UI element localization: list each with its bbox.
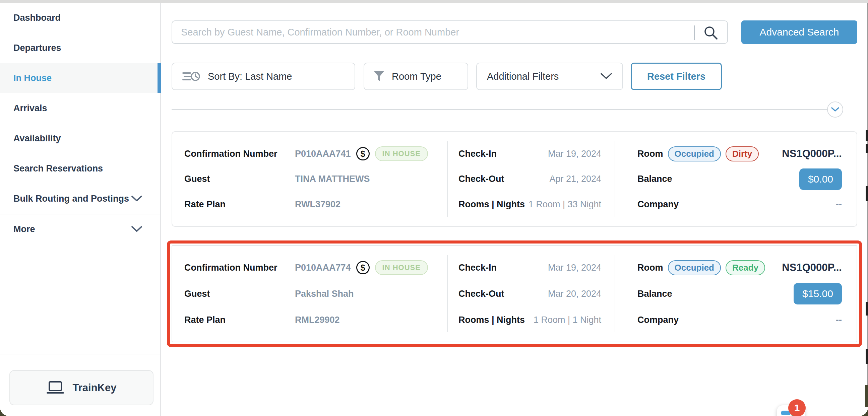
company-value: --	[836, 315, 842, 325]
reservation-card[interactable]: Confirmation Number P010AAA774 $ IN HOUS…	[172, 245, 857, 342]
trainkey-label: TrainKey	[73, 382, 117, 394]
sidebar-item-label: Bulk Routing and Postings	[13, 194, 129, 204]
chevron-down-icon	[600, 73, 612, 80]
sidebar-item-label: Arrivals	[13, 103, 47, 114]
rooms-nights-value: 1 Room | 33 Night	[528, 199, 601, 210]
status-badge: IN HOUSE	[375, 260, 428, 275]
window-corner	[858, 407, 868, 416]
sidebar-item-arrivals[interactable]: Arrivals	[0, 93, 160, 123]
sidebar-item-search-reservations[interactable]: Search Reservations	[0, 153, 160, 184]
sidebar-item-in-house[interactable]: In House	[0, 63, 160, 93]
confirmation-label: Confirmation Number	[184, 149, 295, 159]
filter-funnel-icon	[373, 70, 385, 83]
sidebar-item-label: Dashboard	[13, 13, 61, 23]
rate-plan-label: Rate Plan	[184, 315, 295, 325]
dollar-icon[interactable]: $	[356, 147, 370, 160]
search-input[interactable]	[172, 21, 727, 43]
balance-label: Balance	[638, 174, 672, 184]
sidebar-item-label: Departures	[13, 43, 61, 53]
room-number: NS1Q000P...	[782, 148, 842, 160]
housekeeping-badge: Dirty	[725, 147, 759, 161]
collapse-toggle[interactable]	[827, 101, 843, 118]
status-badge: IN HOUSE	[375, 147, 428, 161]
checkin-label: Check-In	[459, 263, 497, 273]
guest-label: Guest	[184, 174, 295, 184]
rooms-nights-value: 1 Room | 1 Night	[533, 315, 601, 325]
sidebar-item-departures[interactable]: Departures	[0, 33, 160, 63]
search-box	[172, 21, 728, 44]
rooms-nights-label: Rooms | Nights	[459, 199, 525, 210]
checkin-date: Mar 19, 2024	[548, 149, 601, 159]
room-label: Room	[638, 149, 663, 159]
sort-icon	[182, 69, 200, 84]
room-type-label: Room Type	[392, 71, 441, 82]
rate-plan-value: RWL37902	[295, 199, 341, 210]
company-value: --	[836, 199, 842, 210]
checkout-label: Check-Out	[459, 174, 504, 184]
balance-button[interactable]: $0.00	[799, 168, 842, 190]
guest-label: Guest	[184, 289, 295, 299]
sidebar-item-bulk-routing[interactable]: Bulk Routing and Postings	[0, 184, 160, 214]
sidebar-item-label: Availability	[13, 133, 61, 144]
sort-by-button[interactable]: Sort By: Last Name	[172, 63, 355, 90]
edge-artifact	[866, 302, 868, 316]
housekeeping-badge: Ready	[725, 260, 765, 275]
rate-plan-value: RML29902	[295, 315, 340, 325]
balance-label: Balance	[638, 289, 672, 299]
notification-badge: 1	[788, 399, 806, 416]
chevron-down-icon	[831, 107, 839, 112]
checkin-label: Check-In	[459, 149, 497, 159]
chevron-down-icon	[131, 226, 143, 232]
additional-filters-label: Additional Filters	[487, 71, 559, 82]
edge-artifact	[866, 349, 868, 364]
confirmation-number: P010AAA741	[295, 149, 351, 159]
checkin-date: Mar 19, 2024	[548, 263, 601, 273]
occupancy-badge: Occupied	[668, 260, 721, 275]
edge-artifact	[866, 144, 868, 153]
reservation-card[interactable]: Confirmation Number P010AAA741 $ IN HOUS…	[172, 131, 857, 227]
reset-filters-label: Reset Filters	[647, 71, 706, 82]
additional-filters-button[interactable]: Additional Filters	[476, 63, 623, 90]
sidebar: Dashboard Departures In House Arrivals A…	[0, 3, 161, 416]
checkout-date: Apr 21, 2024	[549, 174, 601, 184]
sidebar-item-more[interactable]: More	[0, 214, 160, 244]
rooms-nights-label: Rooms | Nights	[459, 315, 525, 325]
checkout-date: Mar 20, 2024	[548, 289, 601, 299]
room-type-filter-button[interactable]: Room Type	[364, 63, 468, 90]
balance-button[interactable]: $15.00	[794, 283, 842, 305]
reset-filters-button[interactable]: Reset Filters	[631, 63, 722, 90]
confirmation-label: Confirmation Number	[184, 263, 295, 273]
edge-artifact	[866, 130, 868, 141]
search-divider	[694, 26, 695, 40]
guest-name: TINA MATTHEWS	[295, 174, 370, 184]
window-corner	[0, 407, 10, 416]
sidebar-divider	[0, 354, 160, 354]
confirmation-number: P010AAA774	[295, 263, 351, 273]
sidebar-item-availability[interactable]: Availability	[0, 123, 160, 153]
edge-artifact	[866, 186, 868, 201]
sidebar-item-label: More	[13, 224, 35, 234]
sidebar-item-dashboard[interactable]: Dashboard	[0, 3, 160, 33]
trainkey-button[interactable]: TrainKey	[9, 370, 154, 405]
company-label: Company	[638, 315, 679, 325]
section-divider	[172, 109, 828, 110]
sidebar-item-label: In House	[13, 73, 52, 84]
advanced-search-button[interactable]: Advanced Search	[741, 21, 857, 44]
room-label: Room	[638, 263, 663, 273]
room-number: NS1Q000P...	[782, 262, 842, 274]
company-label: Company	[638, 199, 679, 210]
sidebar-item-label: Search Reservations	[13, 163, 103, 174]
occupancy-badge: Occupied	[668, 147, 721, 161]
laptop-icon	[46, 381, 64, 395]
highlight-outline: Confirmation Number P010AAA774 $ IN HOUS…	[167, 241, 862, 347]
rate-plan-label: Rate Plan	[184, 199, 295, 210]
sort-by-label: Sort By: Last Name	[208, 71, 292, 82]
dollar-icon[interactable]: $	[356, 261, 370, 274]
checkout-label: Check-Out	[459, 289, 504, 299]
browser-chrome-edge	[0, 0, 868, 3]
search-icon[interactable]	[703, 25, 718, 40]
guest-name: Pakshal Shah	[295, 289, 354, 299]
chevron-down-icon	[131, 195, 143, 202]
